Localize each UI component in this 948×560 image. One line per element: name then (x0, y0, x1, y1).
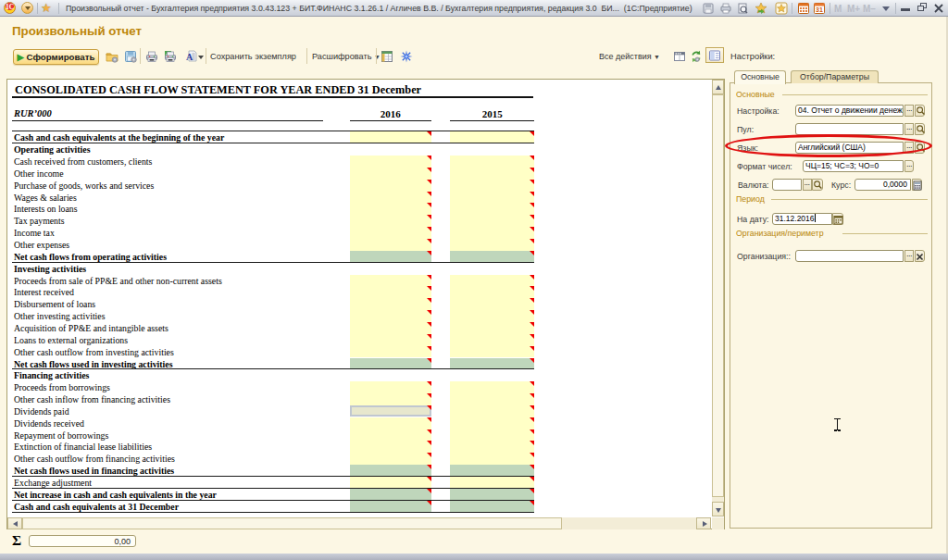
svg-text:A: A (186, 52, 193, 62)
svg-text:31: 31 (816, 6, 823, 13)
